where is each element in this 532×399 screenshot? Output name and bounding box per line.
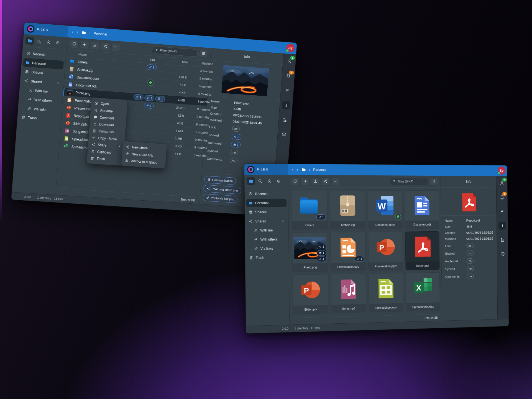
link-icon [357, 257, 360, 260]
files-view-button[interactable] [25, 37, 34, 45]
refresh-button[interactable] [291, 177, 300, 185]
files-view-button[interactable] [247, 177, 255, 185]
info-tab-button[interactable] [498, 222, 506, 230]
grid-tile[interactable]: Document.docx [368, 190, 403, 229]
funnel-icon [155, 48, 158, 52]
settings-button[interactable] [53, 39, 62, 47]
sidebar-item-spaces[interactable]: Spaces [246, 208, 287, 216]
sidebar-item-via-links[interactable]: Via links [252, 244, 287, 253]
share-button[interactable] [101, 42, 110, 50]
sidebar-item-personal[interactable]: Personal [246, 199, 287, 207]
grid-tile[interactable]: Slide.pptx [292, 274, 328, 314]
clipboard-icon [91, 149, 95, 154]
comments-button[interactable] [280, 130, 288, 139]
shared-count-pill[interactable]: 2 [231, 134, 241, 140]
layers-icon [319, 251, 322, 254]
grid-tile[interactable]: Archive.zip [330, 190, 365, 229]
nav-back-button[interactable]: ‹ [292, 167, 293, 172]
grid-tile[interactable]: Spreadsheet.xlsx [406, 272, 440, 311]
notifications-button[interactable]: 1 [498, 193, 506, 201]
new-button[interactable] [301, 177, 310, 185]
lock-status-pill: no [232, 126, 240, 132]
link-icon [319, 258, 322, 261]
link-icon [149, 65, 152, 69]
more-actions-button[interactable] [111, 43, 121, 51]
notifications-button[interactable]: 1 [284, 71, 293, 80]
account-button[interactable] [265, 177, 273, 185]
filter-input[interactable]: Filter (⌘+F) [390, 178, 429, 185]
flag-button[interactable] [283, 86, 291, 95]
plus-icon [82, 42, 87, 47]
download-icon [313, 179, 318, 183]
sidebar-item-with-me[interactable]: With me [252, 226, 287, 235]
nav-forward-button[interactable]: › [297, 167, 298, 172]
grid-tile[interactable]: Song.mp3 [331, 273, 366, 313]
view-options-button[interactable] [199, 49, 208, 58]
search-button[interactable] [256, 177, 264, 185]
user-avatar[interactable]: Sy [498, 167, 505, 175]
space-chip-communication[interactable]: Communication [204, 176, 236, 185]
comment-icon [397, 215, 400, 218]
breadcrumb[interactable]: Personal [94, 32, 108, 37]
new-button[interactable] [80, 40, 89, 49]
trash-icon [249, 256, 253, 260]
user-avatar[interactable]: Sy [286, 44, 295, 53]
comments-button[interactable] [499, 250, 506, 258]
contacts-button[interactable]: 1 [285, 57, 294, 66]
clock-icon [26, 51, 30, 56]
share-chip[interactable]: Photo via share.png [203, 185, 241, 194]
refresh-button[interactable] [70, 40, 79, 48]
flag-button[interactable] [498, 208, 506, 216]
open-icon [94, 101, 99, 105]
view-options-button[interactable] [430, 178, 438, 185]
breadcrumb[interactable]: Personal [313, 168, 326, 172]
share-badge: 1 [134, 94, 144, 100]
contacts-button[interactable]: 1 [498, 179, 506, 187]
grid-tile[interactable]: 1Others [291, 190, 328, 230]
trash-icon [21, 115, 26, 119]
more-actions-button[interactable] [331, 177, 340, 185]
toolbar: Filter (⌘+F) [288, 175, 441, 188]
clock-icon [249, 192, 253, 196]
comment-badge [147, 79, 154, 86]
sidebar-item-with-others[interactable]: With others [252, 235, 287, 244]
breadcrumb-folder-icon [301, 167, 306, 172]
search-button[interactable] [35, 37, 44, 45]
versions-button[interactable] [281, 116, 289, 124]
link-icon [125, 152, 129, 156]
download-icon [93, 122, 97, 126]
grid-tile[interactable]: Presentation.pptx [368, 232, 403, 271]
files-window-grid-view: FILES ‹ › › Personal Sy Recents Personal… [244, 163, 509, 334]
upload-button[interactable] [90, 41, 100, 50]
info-panel-title: Info [441, 176, 496, 188]
contacts-badge: 1 [502, 178, 507, 181]
layers-icon [157, 97, 161, 100]
nav-back-button[interactable]: ‹ [72, 30, 73, 34]
grid-tile-selected[interactable]: Report.pdf [405, 231, 439, 270]
share-submenu: New share New share link Anchor to a spa… [121, 141, 167, 169]
info-tab-button[interactable] [282, 101, 290, 109]
info-panel: Info NameReport.pdf Size45 B Created06/0… [441, 176, 498, 321]
share-button[interactable] [321, 177, 330, 185]
column-header-size[interactable]: Size [167, 59, 188, 64]
link-chip[interactable]: Photo via link.png [203, 194, 238, 203]
anchored-count-pill[interactable]: 1 [231, 142, 241, 148]
info-size: 4 MB [234, 107, 276, 114]
link-badge: 1 [316, 214, 326, 220]
grid-tile[interactable]: Document.odt [405, 190, 439, 229]
nav-forward-button[interactable]: › [77, 30, 78, 34]
sliders-icon [432, 179, 436, 183]
upload-button[interactable] [311, 177, 320, 185]
grid-tile[interactable]: 111Photo.png [292, 232, 328, 272]
sidebar-item-shared[interactable]: Shared [247, 217, 287, 226]
account-button[interactable] [44, 38, 53, 46]
sidebar-item-recents[interactable]: Recents [246, 190, 287, 198]
sidebar-item-trash[interactable]: Trash [247, 253, 287, 262]
grid-tile[interactable]: 1Presentation.odp [330, 232, 366, 271]
filter-input[interactable]: Filter (⌘+F) [152, 46, 198, 57]
column-header-info[interactable]: Info [137, 57, 167, 62]
versions-button[interactable] [499, 236, 506, 244]
link-badge: 1 [144, 95, 155, 101]
grid-tile[interactable]: Spreadsheet.ods [369, 273, 403, 312]
settings-button[interactable] [274, 177, 283, 185]
